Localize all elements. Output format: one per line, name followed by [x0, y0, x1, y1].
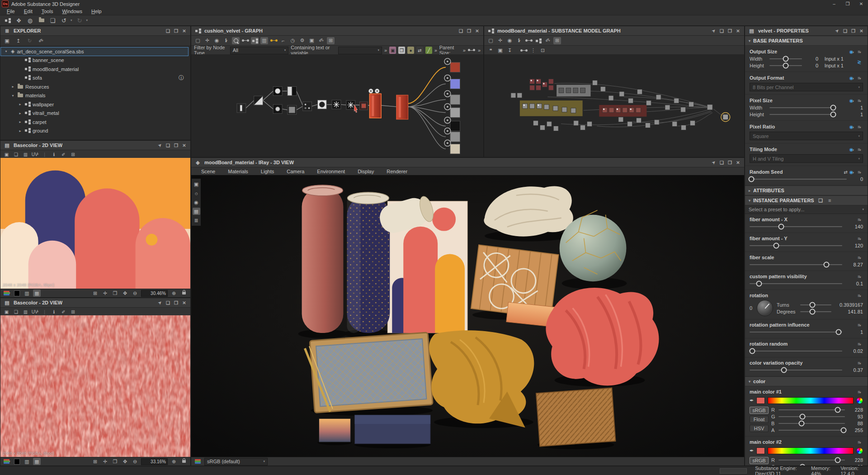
save-icon[interactable]: ▣	[3, 309, 10, 315]
slider-handle[interactable]	[841, 427, 847, 433]
tree-item-ground[interactable]: ▸ground	[0, 127, 190, 136]
slider-handle[interactable]	[756, 280, 762, 286]
slider-handle[interactable]	[824, 261, 830, 267]
view2d-top-canvas[interactable]: 2048 x 2048 (RGBA, 8bpc)	[0, 158, 190, 289]
display-icon[interactable]: ▦	[33, 290, 41, 297]
clean-icon[interactable]: ✐▾	[37, 37, 45, 44]
grid-icon[interactable]: ⊞	[91, 290, 99, 297]
uv-overlay-icon[interactable]: UV▾	[32, 151, 38, 157]
close-panel-icon[interactable]: ✕	[181, 142, 188, 149]
zoom-out-icon[interactable]: ⊖	[131, 290, 139, 297]
contains-dropdown[interactable]: ▾	[338, 47, 382, 54]
eyedropper-icon[interactable]: ✒	[750, 398, 754, 404]
frame-all-icon[interactable]: ▢	[487, 37, 495, 44]
tiling-icon[interactable]: ▥	[23, 290, 31, 297]
color-wheel-icon[interactable]	[856, 397, 863, 404]
random-seed-slider[interactable]	[750, 179, 847, 180]
pair-link-icon[interactable]	[520, 47, 528, 54]
size-more[interactable]: »	[478, 48, 481, 53]
info-icon[interactable]: ℹ▾	[222, 37, 230, 44]
param-menu-icon[interactable]: ≡▾	[856, 49, 863, 54]
channel-slider[interactable]	[778, 430, 845, 431]
slider-handle[interactable]	[783, 62, 789, 68]
view3d-menu-renderer[interactable]: Renderer	[381, 168, 413, 175]
frame-region-icon[interactable]: ⊡	[539, 47, 547, 54]
mode-srgb-button[interactable]: sRGB	[750, 457, 769, 464]
close-panel-icon[interactable]: ✕	[181, 299, 188, 306]
pin-panel-icon[interactable]: ➤	[834, 27, 840, 34]
mode-float-button[interactable]: Float	[750, 416, 769, 423]
float-panel-icon[interactable]: ❏	[165, 27, 171, 34]
layers-icon[interactable]: ▥	[22, 151, 29, 157]
function-icon[interactable]: ◉▾	[849, 124, 854, 129]
slider-handle[interactable]	[781, 367, 787, 373]
info-icon[interactable]: ℹ	[51, 309, 57, 315]
param-menu-icon[interactable]: ≡▾	[856, 124, 863, 129]
menu-edit[interactable]: Edit	[20, 8, 37, 14]
tree-item-art_deco_scene_coralSea.sbs[interactable]: ▾◈art_deco_scene_coralSea.sbs	[0, 47, 189, 56]
param-slider[interactable]	[750, 264, 842, 265]
redo-icon[interactable]: ↻	[76, 17, 84, 24]
redo-caret-icon[interactable]: ▾	[86, 19, 88, 22]
float-panel-icon[interactable]: ❏	[458, 27, 464, 34]
tree-item-sofa[interactable]: sofaⓘ	[0, 74, 190, 83]
channels-icon[interactable]: ▾	[3, 458, 11, 465]
menu-tools[interactable]: Tools	[38, 8, 57, 14]
link-size-icon[interactable]	[468, 47, 476, 54]
channel-slider[interactable]	[778, 416, 845, 417]
instance-parameters-section[interactable]: ▾INSTANCE PARAMETERS ❏ ≡	[745, 195, 868, 205]
maximize-panel-icon[interactable]: ❐	[173, 299, 179, 306]
clean-icon[interactable]: ✐▾	[544, 37, 552, 44]
colorspace-icon[interactable]	[194, 458, 202, 465]
param-menu-icon[interactable]: ≡▾	[856, 390, 863, 394]
save-icon[interactable]: ▣	[3, 37, 11, 44]
slider-handle[interactable]	[778, 223, 784, 229]
rotation-turns-slider[interactable]	[800, 304, 831, 305]
close-panel-icon[interactable]: ✕	[181, 27, 188, 34]
view3d-menu-scene[interactable]: Scene	[196, 168, 221, 175]
save-icon[interactable]: ▣	[3, 151, 10, 157]
tree-item-materials[interactable]: ▾materials	[0, 91, 190, 100]
vertical-links-icon[interactable]: ⋮	[529, 47, 537, 54]
filter-image-button[interactable]: ▣	[389, 47, 396, 54]
maximize-panel-icon[interactable]: ❐	[850, 27, 857, 34]
close-panel-icon[interactable]: ✕	[858, 27, 865, 34]
pin-node-icon[interactable]: ↧	[506, 47, 514, 54]
slider-handle[interactable]	[809, 309, 815, 314]
reload-icon[interactable]: ↻	[26, 37, 33, 44]
model-graph-canvas[interactable]	[484, 54, 744, 157]
slider-handle[interactable]	[799, 413, 805, 419]
menu-help[interactable]: Help	[87, 8, 106, 14]
export-icon[interactable]: ❏	[13, 309, 19, 315]
stats-icon[interactable]: ≣	[193, 217, 200, 224]
display-icon[interactable]: ▦	[33, 458, 41, 465]
background-color-icon[interactable]	[13, 290, 21, 297]
filter-type-dropdown[interactable]: All▾	[230, 47, 289, 54]
close-button[interactable]: ✕	[854, 0, 868, 8]
focus-icon[interactable]: ✛	[203, 37, 211, 44]
export-icon[interactable]: ↥	[14, 37, 22, 44]
minimize-button[interactable]: –	[827, 0, 841, 8]
more-filters[interactable]: »	[384, 48, 387, 53]
output-size-width-slider[interactable]	[769, 58, 802, 59]
open-file-icon[interactable]	[38, 17, 45, 24]
shuffle-icon[interactable]: ⇄	[844, 170, 847, 175]
close-panel-icon[interactable]: ✕	[735, 27, 741, 34]
fit-view-icon[interactable]: ❐	[111, 458, 119, 465]
float-panel-icon[interactable]: ❏	[842, 27, 849, 34]
rotation-degrees-slider[interactable]	[800, 311, 831, 312]
slider-handle[interactable]	[783, 56, 789, 62]
hue-gradient-bar[interactable]	[768, 447, 854, 454]
tiling-icon[interactable]: ▥	[23, 458, 31, 465]
pan-icon[interactable]: ✥	[121, 458, 129, 465]
fit-view-icon[interactable]: ❐	[111, 290, 119, 297]
expander-icon[interactable]: ▸	[10, 85, 15, 89]
param-menu-icon[interactable]: ≡▾	[856, 170, 863, 175]
rotation-dial[interactable]	[757, 300, 773, 316]
slider-handle[interactable]	[830, 111, 836, 117]
pin-panel-icon[interactable]: ➤	[710, 159, 717, 166]
float-panel-icon[interactable]: ❏	[165, 142, 171, 149]
graph-canvas[interactable]	[191, 54, 483, 157]
param-menu-icon[interactable]: ≡▾	[856, 293, 863, 298]
float-panel-icon[interactable]: ❏	[718, 27, 725, 34]
